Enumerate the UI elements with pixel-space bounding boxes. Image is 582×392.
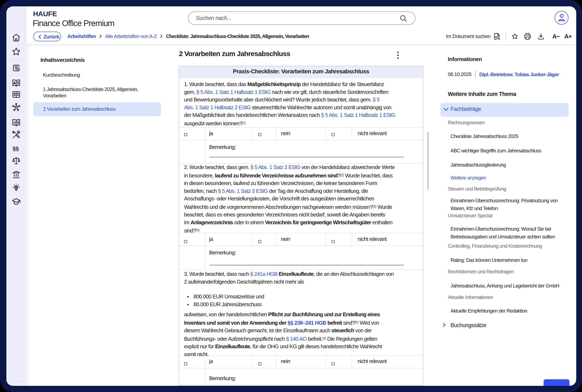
svg-text:§: §	[14, 121, 16, 124]
svg-text:§§: §§	[13, 145, 19, 152]
